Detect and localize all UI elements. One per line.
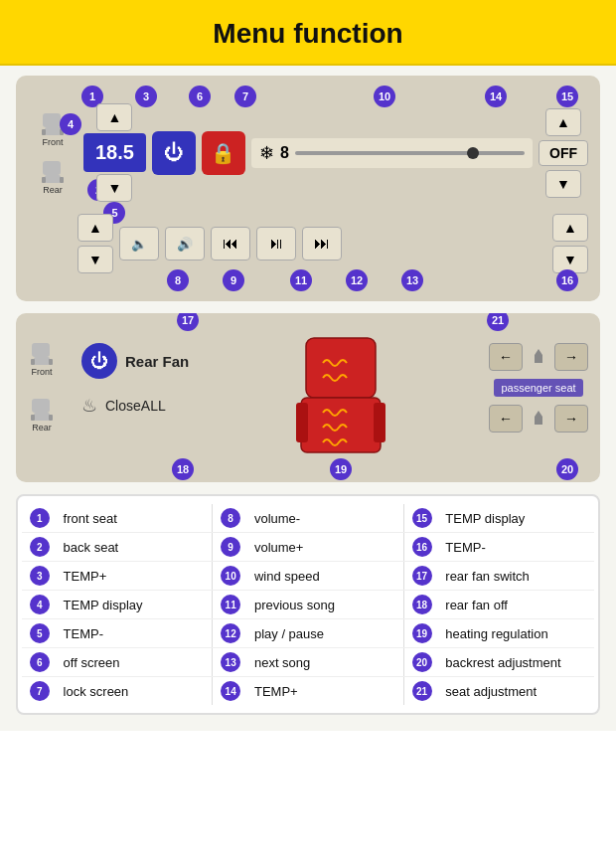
temp-display: 18.5 xyxy=(83,133,146,172)
legend-label-cell: next song xyxy=(248,648,403,677)
svg-rect-7 xyxy=(60,177,64,183)
panel2-rear-label: Rear xyxy=(32,423,52,433)
fan-icon: ❄ xyxy=(259,142,274,164)
legend-num-cell: 8 xyxy=(213,504,248,533)
right-down-button[interactable]: ▼ xyxy=(545,170,581,198)
seat-diagram-area: 19 xyxy=(193,333,489,472)
svg-rect-4 xyxy=(43,161,61,175)
right-up-button[interactable]: ▲ xyxy=(545,108,581,136)
table-row: 6off screen13next song20backrest adjustm… xyxy=(22,648,594,677)
panel2-front-label: Front xyxy=(31,367,52,377)
panel1-control: 1 3 6 7 10 14 xyxy=(16,76,600,301)
legend-badge: 4 xyxy=(30,595,50,614)
legend-badge: 9 xyxy=(221,537,240,557)
legend-num-cell: 1 xyxy=(22,504,58,533)
rear-power-button[interactable]: ⏻ xyxy=(81,343,117,379)
legend-label-cell: TEMP+ xyxy=(58,562,213,591)
adj-seat-icon-2 xyxy=(529,409,548,429)
legend-label-cell: lock screen xyxy=(58,677,213,706)
panel2-seat: 17 21 Front xyxy=(16,313,600,482)
svg-rect-9 xyxy=(34,357,50,365)
legend-badge: 21 xyxy=(412,681,432,701)
volume-up-button[interactable]: 🔊 xyxy=(165,227,205,260)
fan-speed-value: 8 xyxy=(280,144,289,162)
legend-badge: 3 xyxy=(30,566,50,586)
legend-label-cell: volume+ xyxy=(248,533,403,562)
next-song-button[interactable]: ⏭ xyxy=(302,227,342,260)
legend-label-cell: rear fan off xyxy=(439,591,594,619)
lock-button[interactable]: 🔒 xyxy=(202,131,245,175)
table-row: 1front seat8volume-15TEMP display xyxy=(22,504,594,533)
svg-rect-19 xyxy=(374,403,385,442)
adj-right-2[interactable]: → xyxy=(554,405,588,433)
legend-badge: 8 xyxy=(221,508,240,528)
svg-rect-15 xyxy=(49,415,53,421)
adj-right-1[interactable]: → xyxy=(554,343,588,371)
front-label: Front xyxy=(42,137,63,147)
legend-num-cell: 15 xyxy=(404,504,440,533)
legend-badge: 15 xyxy=(412,508,432,528)
legend-label-cell: front seat xyxy=(58,504,213,533)
rear-seat-icon-area: Rear xyxy=(39,159,67,195)
r-up-button[interactable]: ▲ xyxy=(552,214,588,242)
badge-15: 15 xyxy=(556,86,578,107)
legend-num-cell: 18 xyxy=(404,591,440,619)
svg-rect-1 xyxy=(45,127,61,135)
legend-label-cell: rear fan switch xyxy=(439,562,594,591)
legend-num-cell: 3 xyxy=(22,562,58,591)
legend-num-cell: 14 xyxy=(213,677,248,706)
svg-rect-8 xyxy=(32,343,50,357)
badge-11: 11 xyxy=(290,269,312,291)
adj-row-2: ← → xyxy=(489,405,588,433)
badge-16: 16 xyxy=(556,269,578,291)
legend-badge: 13 xyxy=(221,652,240,672)
badge-13: 13 xyxy=(401,269,423,291)
temp-down-button[interactable]: ▼ xyxy=(96,174,132,202)
rear-label: Rear xyxy=(43,185,63,195)
badge-19: 19 xyxy=(330,458,352,480)
badge-12: 12 xyxy=(346,269,368,291)
svg-rect-12 xyxy=(32,399,50,413)
power-button[interactable]: ⏻ xyxy=(152,131,196,175)
legend-label-cell: volume- xyxy=(248,504,403,533)
page-title: Menu function xyxy=(213,18,402,49)
legend-label-cell: seat adjustment xyxy=(439,677,594,706)
adj-left-1[interactable]: ← xyxy=(489,343,523,371)
badge-6: 6 xyxy=(189,86,211,107)
legend-label-cell: TEMP display xyxy=(439,504,594,533)
badge-18: 18 xyxy=(172,458,194,480)
temp-up-button[interactable]: ▲ xyxy=(96,103,132,131)
panel2-rear-seat-svg xyxy=(28,397,56,423)
seat-diagram-svg xyxy=(281,333,400,472)
temp2-down-button[interactable]: ▼ xyxy=(77,246,113,273)
header: Menu function xyxy=(0,0,616,66)
panel2-front-seat-svg xyxy=(28,341,56,367)
adj-seat-icon-1 xyxy=(529,347,548,367)
off-button[interactable]: OFF xyxy=(539,140,588,166)
temp2-up-button[interactable]: ▲ xyxy=(77,214,113,242)
legend-label-cell: previous song xyxy=(248,591,403,619)
legend-badge: 7 xyxy=(30,681,50,701)
rear-seat-svg xyxy=(39,159,67,185)
legend-badge: 16 xyxy=(412,537,432,557)
legend-num-cell: 12 xyxy=(213,619,248,648)
svg-rect-13 xyxy=(34,413,50,421)
badge-9: 9 xyxy=(223,269,244,291)
badge-8: 8 xyxy=(167,269,189,291)
volume-down-button[interactable]: 🔈 xyxy=(119,227,159,260)
fan-slider[interactable] xyxy=(295,151,525,155)
legend-badge: 1 xyxy=(30,508,50,528)
prev-song-button[interactable]: ⏮ xyxy=(211,227,250,260)
svg-rect-16 xyxy=(306,338,376,398)
legend-num-cell: 17 xyxy=(404,562,440,591)
adj-left-2[interactable]: ← xyxy=(489,405,523,433)
legend-badge: 18 xyxy=(412,595,432,614)
legend-num-cell: 10 xyxy=(213,562,248,591)
svg-rect-14 xyxy=(31,415,35,421)
badge-20: 20 xyxy=(556,458,578,480)
table-row: 4TEMP display11previous song18rear fan o… xyxy=(22,591,594,619)
legend-badge: 11 xyxy=(221,595,240,614)
svg-rect-10 xyxy=(31,359,35,365)
play-pause-button[interactable]: ⏯ xyxy=(256,227,296,260)
svg-rect-18 xyxy=(296,403,308,442)
